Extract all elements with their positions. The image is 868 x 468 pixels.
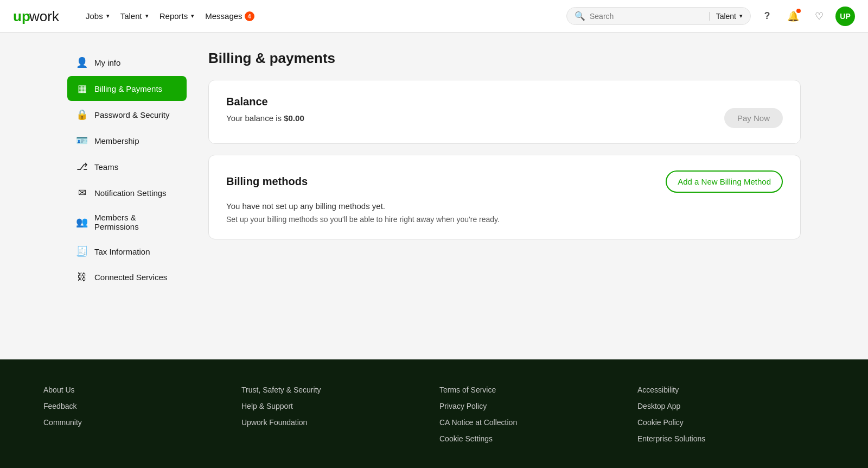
search-bar[interactable]: 🔍 Talent ▾: [566, 7, 751, 25]
footer-col-3: Terms of Service Privacy Policy CA Notic…: [439, 385, 627, 443]
page-title: Billing & payments: [208, 50, 801, 67]
sidebar-item-my-info[interactable]: 👤 My info: [67, 50, 187, 75]
footer-link-trust-safety[interactable]: Trust, Safety & Security: [241, 385, 429, 394]
sidebar-item-membership[interactable]: 🪪 Membership: [67, 128, 187, 153]
billing-methods-title: Billing methods: [226, 175, 308, 188]
billing-empty-message: You have not set up any billing methods …: [226, 201, 783, 211]
lock-icon: 🔒: [76, 109, 88, 121]
card-icon: 🪪: [76, 135, 88, 147]
sidebar-item-notification-settings[interactable]: ✉ Notification Settings: [67, 180, 187, 205]
nav-links: Jobs ▾ Talent ▾ Reports ▾ Messages 4: [81, 9, 551, 23]
chevron-down-icon: ▾: [106, 12, 110, 20]
footer-link-privacy[interactable]: Privacy Policy: [439, 402, 627, 410]
footer-link-cookie-policy[interactable]: Cookie Policy: [637, 418, 825, 427]
svg-text:up: up: [13, 8, 30, 24]
sidebar-item-members-permissions[interactable]: 👥 Members & Permissions: [67, 206, 187, 238]
footer-link-community[interactable]: Community: [43, 418, 231, 427]
footer-link-accessibility[interactable]: Accessibility: [637, 385, 825, 394]
sidebar-item-connected-services[interactable]: ⛓ Connected Services: [67, 265, 187, 289]
footer: About Us Feedback Community Trust, Safet…: [0, 359, 868, 468]
billing-sub-message: Set up your billing methods so you'll be…: [226, 215, 783, 224]
footer-link-upwork-foundation[interactable]: Upwork Foundation: [241, 418, 429, 427]
nav-messages[interactable]: Messages 4: [201, 9, 258, 23]
search-icon: 🔍: [575, 11, 585, 21]
upwork-logo[interactable]: up work: [13, 8, 62, 24]
balance-card: Balance Your balance is $0.00 Pay Now: [208, 80, 801, 144]
billing-methods-card: Billing methods Add a New Billing Method…: [208, 155, 801, 239]
link-icon: ⛓: [76, 271, 88, 283]
footer-col-2: Trust, Safety & Security Help & Support …: [241, 385, 429, 443]
footer-link-help-support[interactable]: Help & Support: [241, 402, 429, 410]
add-billing-method-button[interactable]: Add a New Billing Method: [666, 170, 783, 193]
balance-row: Your balance is $0.00 Pay Now: [226, 108, 783, 128]
heart-icon: ♡: [815, 10, 824, 22]
footer-link-about-us[interactable]: About Us: [43, 385, 231, 394]
footer-link-terms[interactable]: Terms of Service: [439, 385, 627, 394]
sidebar-item-password-security[interactable]: 🔒 Password & Security: [67, 102, 187, 127]
search-input[interactable]: [590, 12, 705, 21]
notification-dot: [796, 9, 801, 13]
footer-link-feedback[interactable]: Feedback: [43, 402, 231, 410]
chevron-down-icon: ▾: [739, 12, 743, 20]
favorites-button[interactable]: ♡: [809, 7, 829, 26]
hierarchy-icon: ⎇: [76, 161, 88, 173]
person-icon: 👤: [76, 56, 88, 68]
nav-jobs[interactable]: Jobs ▾: [81, 9, 114, 23]
footer-grid: About Us Feedback Community Trust, Safet…: [43, 385, 825, 443]
navbar: up work Jobs ▾ Talent ▾ Reports ▾ Messag…: [0, 0, 868, 33]
help-button[interactable]: ?: [757, 7, 777, 26]
messages-badge: 4: [245, 11, 254, 21]
sidebar: 👤 My info ▦ Billing & Payments 🔒 Passwor…: [67, 50, 187, 342]
nav-reports[interactable]: Reports ▾: [155, 9, 199, 23]
notifications-button[interactable]: 🔔: [783, 7, 803, 26]
footer-link-enterprise[interactable]: Enterprise Solutions: [637, 434, 825, 443]
footer-col-1: About Us Feedback Community: [43, 385, 231, 443]
balance-amount: $0.00: [284, 113, 304, 123]
main-content: Billing & payments Balance Your balance …: [208, 50, 801, 342]
pay-now-button[interactable]: Pay Now: [724, 108, 783, 128]
sidebar-item-tax-information[interactable]: 🧾 Tax Information: [67, 239, 187, 264]
billing-methods-header: Billing methods Add a New Billing Method: [226, 170, 783, 193]
footer-link-ca-notice[interactable]: CA Notice at Collection: [439, 418, 627, 427]
sidebar-item-teams[interactable]: ⎇ Teams: [67, 154, 187, 179]
nav-right: 🔍 Talent ▾ ? 🔔 ♡ UP: [566, 7, 855, 26]
wallet-icon: ▦: [76, 83, 88, 94]
talent-filter-dropdown[interactable]: Talent ▾: [709, 12, 743, 21]
balance-card-title: Balance: [226, 96, 783, 108]
chevron-down-icon: ▾: [191, 12, 194, 20]
calculator-icon: 🧾: [76, 245, 88, 257]
footer-link-cookie-settings[interactable]: Cookie Settings: [439, 434, 627, 443]
sidebar-item-billing-payments[interactable]: ▦ Billing & Payments: [67, 76, 187, 101]
footer-link-desktop-app[interactable]: Desktop App: [637, 402, 825, 410]
svg-text:work: work: [29, 8, 60, 24]
group-icon: 👥: [76, 216, 88, 228]
chevron-down-icon: ▾: [145, 12, 149, 20]
page-wrapper: 👤 My info ▦ Billing & Payments 🔒 Passwor…: [54, 33, 814, 359]
balance-text: Your balance is $0.00: [226, 113, 304, 123]
nav-talent[interactable]: Talent ▾: [116, 9, 153, 23]
user-avatar[interactable]: UP: [835, 7, 855, 26]
mail-icon: ✉: [76, 187, 88, 199]
footer-col-4: Accessibility Desktop App Cookie Policy …: [637, 385, 825, 443]
